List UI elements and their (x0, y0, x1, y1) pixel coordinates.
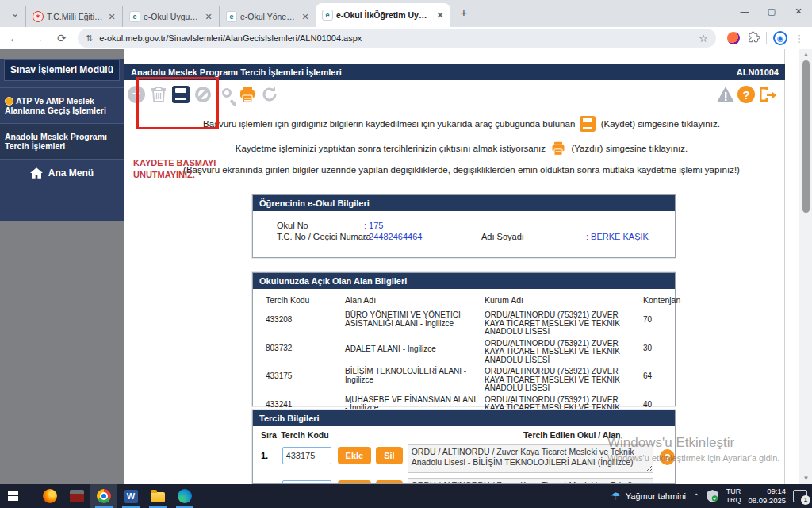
extension-icon[interactable] (727, 32, 740, 44)
back-button[interactable]: ← (5, 29, 24, 48)
tc-no-value: : 24482464464 (364, 232, 422, 241)
tab-title: T.C.Milli Eğitim Bakanlığı (47, 12, 103, 21)
help-button[interactable]: ? (737, 86, 755, 103)
okul-no-label: Okul No (277, 221, 308, 230)
tab-close-icon[interactable]: ✕ (203, 11, 214, 22)
windows-logo-icon (8, 491, 19, 502)
warning-icon[interactable] (716, 86, 735, 103)
student-info-panel: Öğrencinin e-Okul Bilgileri Okul No : 17… (252, 194, 676, 258)
taskbar-explorer[interactable] (144, 484, 171, 508)
row-help-button-1[interactable]: ? (660, 449, 675, 465)
profile-avatar[interactable]: ◉ (773, 31, 787, 45)
tab-title: e-Okul İlkÖğretim Uygulamaları (336, 10, 431, 20)
okul-no-value: : 175 (364, 221, 383, 230)
sidebar-item-amp-tercih[interactable]: Anadolu Meslek Programı Tercih İşlemleri (0, 124, 124, 160)
notification-badge: 1 (801, 495, 810, 505)
taskbar-edge[interactable] (171, 484, 198, 508)
refresh-button[interactable] (259, 84, 280, 105)
sidebar-item-atp-amp[interactable]: ATP Ve AMP Meslek Alanlarına Geçiş İşlem… (0, 87, 124, 124)
folder-icon (151, 492, 165, 502)
module-header-bar: Anadolu Meslek Programı Tercih İşlemleri… (124, 64, 785, 80)
taskbar-firefox[interactable] (36, 484, 63, 508)
instructions: Başvuru işlemleri için girdiğiniz bilgil… (148, 116, 775, 182)
exit-icon[interactable] (757, 86, 776, 103)
name-value: : BERKE KAŞIK (586, 232, 649, 241)
right-action-icons: ? (716, 80, 776, 109)
table-cell-kurum: ORDU/ALTINORDU (753921) ZUVER KAYA TİCAR… (485, 338, 637, 367)
language-indicator[interactable]: TUR TRQ (726, 487, 741, 505)
sidebar-item-ana-menu[interactable]: Ana Menü (0, 160, 124, 190)
printer-icon (238, 85, 257, 104)
home-icon (30, 167, 43, 179)
name-label: Adı Soyadı (481, 232, 524, 241)
notification-center-icon[interactable]: 1 (793, 490, 807, 502)
clock-icon (5, 97, 13, 106)
umbrella-icon: ☂ (611, 490, 621, 502)
tercih-kodu-input-1[interactable] (282, 447, 331, 464)
taskbar-app[interactable] (63, 484, 90, 508)
printer-icon-inline (550, 140, 566, 156)
site-settings-icon[interactable]: ⇅ (86, 33, 93, 44)
tab-eokul-ybs[interactable]: e e-Okul Yönetim Bilgi Sistemi ✕ (219, 6, 316, 27)
weather-widget[interactable]: ☂ Yağmur tahmini (611, 490, 686, 502)
table-cell-alan: BİLİŞİM TEKNOLOJİLERİ ALANI - İngilizce (345, 366, 478, 394)
tercih-row-1: 1. Ekle Sil ORDU / ALTINORDU / Zuver Kay… (253, 442, 675, 475)
hidden-icons-chevron[interactable]: ⌃ (693, 492, 699, 501)
reload-button[interactable]: ⟳ (52, 29, 71, 48)
tab-eokul-ilkogretim-active[interactable]: e e-Okul İlkÖğretim Uygulamaları ✕ (316, 3, 450, 27)
col-header-alan-adi: Alan Adı (345, 295, 478, 310)
meb-favicon-icon: ✶ (33, 11, 44, 22)
table-cell-code: 433175 (266, 366, 339, 394)
instruction-line-3: (Başvuru ekranında girilen bilgiler üzer… (148, 165, 775, 175)
maximize-button[interactable]: ▢ (758, 0, 785, 22)
scrollbar-thumb[interactable] (802, 60, 810, 213)
tab-close-icon[interactable]: ✕ (300, 11, 311, 22)
security-shield-icon[interactable] (707, 490, 718, 502)
taskbar-chrome[interactable] (90, 484, 117, 508)
word-icon: W (124, 490, 138, 503)
tab-meb[interactable]: ✶ T.C.Milli Eğitim Bakanlığı ✕ (25, 6, 122, 27)
url-text[interactable]: e-okul.meb.gov.tr/SinavIslemleri/AlanGec… (99, 33, 699, 43)
student-panel-body: Okul No : 175 T.C. No / Geçici Numara : … (253, 211, 675, 256)
firefox-icon (43, 489, 57, 503)
table-cell-code: 433208 (266, 310, 339, 338)
tab-eokul-uygulamalari[interactable]: e e-Okul Uygulamaları ✕ (122, 6, 219, 27)
tab-close-icon[interactable]: ✕ (435, 10, 446, 21)
print-button[interactable] (237, 84, 258, 105)
sil-button-1[interactable]: Sil (376, 447, 402, 464)
bookmark-star-icon[interactable]: ☆ (699, 33, 708, 44)
instruction-line-2: Kaydetme işleminizi yaptıktan sonra terc… (148, 140, 775, 158)
chrome-menu-icon[interactable]: ⋮ (794, 33, 804, 44)
col-header-kod: Tercih Kodu (281, 430, 362, 440)
table-cell-kurum: ORDU/ALTINORDU (753921) ZUVER KAYA TİCAR… (485, 366, 637, 394)
page-scrollbar[interactable]: ▲ ▼ (799, 49, 812, 484)
forward-button[interactable]: → (29, 29, 48, 48)
table-cell-code: 803732 (266, 338, 339, 367)
new-tab-button[interactable]: + (455, 5, 473, 22)
magnifier-icon (222, 88, 232, 98)
close-window-button[interactable]: ✕ (785, 0, 812, 22)
edge-icon (178, 489, 192, 503)
row-number: 2. (261, 478, 279, 484)
table-cell-kurum: ORDU/ALTINORDU (753921) ZUVER KAYA TİCAR… (485, 310, 637, 338)
browser-toolbar: ← → ⟳ ⇅ e-okul.meb.gov.tr/SinavIslemleri… (0, 27, 812, 49)
browser-tabbar: ⌄ ✶ T.C.Milli Eğitim Bakanlığı ✕ e e-Oku… (0, 0, 812, 27)
clock-widget[interactable]: 09:14 08.09.2025 (748, 487, 786, 506)
address-bar[interactable]: ⇅ e-okul.meb.gov.tr/SinavIslemleri/AlanG… (78, 29, 716, 48)
student-panel-title: Öğrencinin e-Okul Bilgileri (253, 195, 675, 211)
taskbar: W ☂ Yağmur tahmini ⌃ TUR TRQ 09:14 08.09… (0, 484, 812, 508)
tc-no-label: T.C. No / Geçici Numara (277, 232, 371, 241)
taskbar-word[interactable]: W (117, 484, 144, 508)
ekle-button-1[interactable]: Ekle (338, 447, 372, 464)
scroll-down-arrow[interactable]: ▼ (799, 473, 812, 484)
tab-search-chevron-icon[interactable]: ⌄ (5, 3, 25, 24)
save-icon-inline (580, 116, 596, 132)
tab-title: e-Okul Yönetim Bilgi Sistemi (240, 12, 297, 21)
tab-close-icon[interactable]: ✕ (106, 11, 117, 22)
tercih-okul-textarea-1[interactable]: ORDU / ALTINORDU / Zuver Kaya Ticaret Me… (408, 444, 654, 473)
scroll-up-arrow[interactable]: ▲ (799, 49, 812, 60)
minimize-button[interactable]: — (731, 0, 758, 22)
start-button[interactable] (0, 484, 27, 508)
tercih-okul-textarea-2[interactable]: ORDU / ALTINORDU / Zuver Kaya Ticaret Me… (408, 478, 654, 484)
extensions-puzzle-icon[interactable] (748, 31, 760, 46)
